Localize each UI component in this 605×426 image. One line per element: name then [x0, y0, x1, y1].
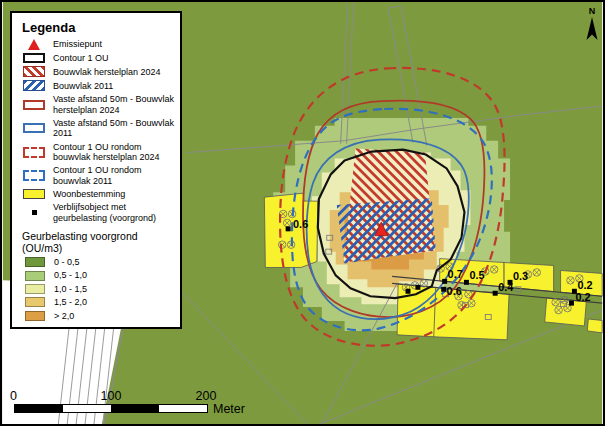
legend-panel: Legenda EmissiepuntContour 1 OUBouwvlak …: [10, 11, 182, 329]
fill-yellow-icon: [23, 189, 45, 199]
scale-bar-segment: [63, 405, 111, 412]
emission-triangle-icon: [28, 39, 40, 50]
legend-class-label: > 2,0: [54, 311, 74, 321]
legend-item: Contour 1 OU rondom bouwvlak herstelplan…: [22, 142, 174, 163]
dot-black-icon: [32, 210, 37, 215]
legend-class-label: 1,0 - 1,5: [54, 284, 87, 294]
legend-swatch-wrap: [22, 66, 46, 77]
scale-bar-unit: Meter: [213, 402, 245, 416]
receptor-label: 0.6: [293, 218, 308, 230]
class-color-swatch: [25, 297, 45, 307]
legend-class-item: 1,0 - 1,5: [22, 284, 174, 294]
receptor-label: 0.6: [447, 285, 462, 297]
receptor-label: 0.7: [448, 268, 463, 280]
legend-item: Contour 1 OU: [22, 53, 174, 63]
class-color-swatch: [25, 311, 45, 321]
legend-class-label: 1,5 - 2,0: [54, 297, 87, 307]
receptor: [415, 285, 420, 290]
legend-title: Legenda: [22, 20, 174, 35]
legend-class-item: 1,5 - 2,0: [22, 297, 174, 307]
legend-item-label: Bouwvlak 2011: [53, 81, 113, 91]
legend-item-label: Contour 1 OU: [53, 53, 109, 63]
legend-items: EmissiepuntContour 1 OUBouwvlak herstelp…: [22, 39, 174, 223]
scale-bar-label: 0: [10, 389, 17, 403]
legend-swatch-wrap: [22, 123, 46, 133]
legend-item: Contour 1 OU rondom bouwvlak 2011: [22, 165, 174, 186]
legend-item: Emissiepunt: [22, 39, 174, 50]
scale-bar-segments: [14, 404, 208, 413]
scale-bar-label: 200: [195, 389, 216, 403]
legend-class-item: 0,5 - 1,0: [22, 270, 174, 280]
legend-item-label: Vaste afstand 50m - Bouwvlak 2011: [53, 118, 174, 139]
legend-swatch-wrap: [22, 53, 46, 63]
scale-bar: 0100200 Meter: [14, 389, 208, 413]
legend-classes-title: Geurbelasting voorgrond (OU/m3): [22, 230, 174, 254]
legend-item: Bouwvlak herstelplan 2024: [22, 66, 174, 77]
receptor-label: 0.2: [577, 279, 592, 291]
legend-item-label: Contour 1 OU rondom bouwvlak 2011: [53, 165, 174, 186]
legend-class-label: 0,5 - 1,0: [54, 270, 87, 280]
dashed-red-icon: [23, 147, 45, 158]
receptor: [406, 289, 411, 294]
legend-item-label: Emissiepunt: [53, 39, 102, 49]
legend-swatch-wrap: [22, 80, 46, 91]
legend-classes: 0 - 0,50,5 - 1,01,0 - 1,51,5 - 2,0> 2,0: [22, 257, 174, 321]
map-figure: 0.60.70.50.60.40.30.20.2 Legenda Emissie…: [0, 0, 605, 426]
legend-item-label: Verblijfsobject met geurbelasting (voorg…: [53, 202, 174, 223]
class-color-swatch: [25, 284, 45, 294]
receptor-dot: [406, 289, 411, 294]
legend-swatch-wrap: [22, 147, 46, 158]
legend-item-label: Vaste afstand 50m - Bouwvlak herstelplan…: [53, 94, 174, 115]
legend-item: Vaste afstand 50m - Bouwvlak 2011: [22, 118, 174, 139]
legend-item: Woonbestemming: [22, 189, 174, 199]
scale-bar-segment: [159, 405, 207, 412]
scale-bar-label: 100: [101, 389, 122, 403]
legend-class-item: 0 - 0,5: [22, 257, 174, 267]
receptor-label: 0.3: [513, 270, 528, 282]
receptor-dot: [569, 301, 574, 306]
scale-bar-segment: [15, 405, 63, 412]
receptor-dot: [442, 279, 447, 284]
hatch-red-icon: [23, 66, 45, 77]
receptor-dot: [464, 280, 469, 285]
scale-bar-labels: 0100200: [14, 389, 208, 404]
outline-blue-icon: [23, 123, 45, 133]
class-color-swatch: [25, 271, 45, 281]
receptor-dot: [415, 285, 420, 290]
legend-item-label: Woonbestemming: [53, 189, 125, 199]
legend-swatch-wrap: [22, 170, 46, 181]
legend-class-item: > 2,0: [22, 311, 174, 321]
receptor-label: 0.2: [575, 291, 590, 303]
class-color-swatch: [25, 257, 45, 267]
contour-black-icon: [23, 53, 45, 63]
legend-item: Vaste afstand 50m - Bouwvlak herstelplan…: [22, 94, 174, 115]
north-arrow-icon: [585, 16, 599, 44]
receptor-dot: [286, 226, 291, 231]
legend-swatch-wrap: [22, 100, 46, 110]
legend-class-label: 0 - 0,5: [54, 257, 80, 267]
legend-swatch-wrap: [22, 39, 46, 50]
north-arrow: N: [582, 7, 602, 48]
legend-item-label: Contour 1 OU rondom bouwvlak herstelplan…: [53, 142, 174, 163]
legend-swatch-wrap: [22, 210, 46, 215]
hatch-blue-icon: [23, 80, 45, 91]
outline-red-icon: [23, 100, 45, 110]
legend-item: Bouwvlak 2011: [22, 80, 174, 91]
dashed-blue-icon: [23, 170, 45, 181]
north-label: N: [582, 7, 602, 16]
receptor-dot: [508, 280, 513, 285]
receptor-label: 0.5: [469, 269, 484, 281]
receptor-dot: [493, 291, 498, 296]
scale-bar-segment: [111, 405, 159, 412]
legend-item-label: Bouwvlak herstelplan 2024: [53, 67, 161, 77]
receptor-dot: [441, 287, 446, 292]
legend-swatch-wrap: [22, 189, 46, 199]
legend-item: Verblijfsobject met geurbelasting (voorg…: [22, 202, 174, 223]
